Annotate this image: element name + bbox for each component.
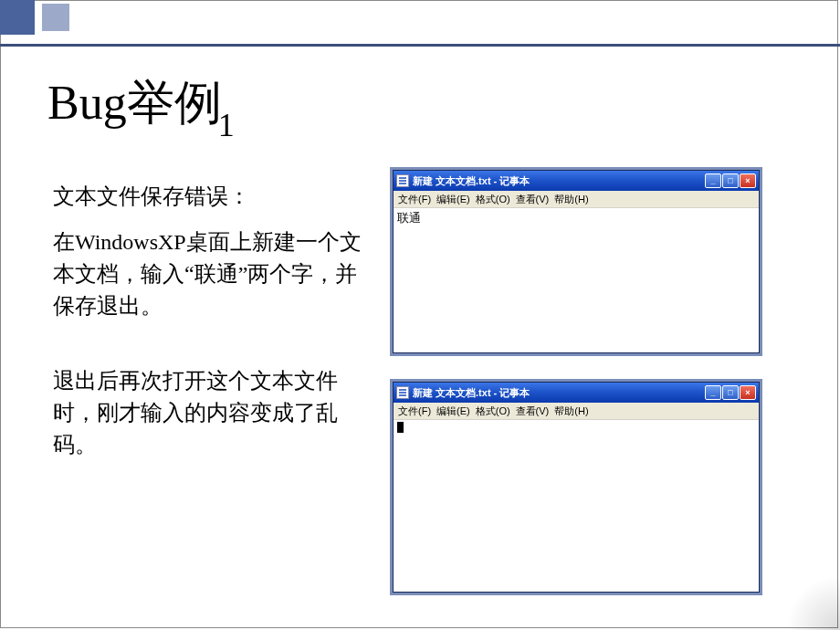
titlebar[interactable]: 新建 文本文档.txt - 记事本 _ □ ×: [394, 171, 759, 191]
body-paragraph-2: 退出后再次打开这个文本文件时，刚才输入的内容变成了乱码。: [53, 365, 371, 460]
garbled-text-icon: [397, 422, 404, 433]
menu-edit[interactable]: 编辑(E): [434, 404, 473, 419]
decoration-line: [0, 44, 840, 47]
window-buttons: _ □ ×: [705, 385, 756, 400]
menu-format[interactable]: 格式(O): [473, 404, 513, 419]
menubar: 文件(F) 编辑(E) 格式(O) 查看(V) 帮助(H): [394, 403, 759, 420]
menu-view[interactable]: 查看(V): [513, 404, 552, 419]
notepad-icon: [396, 386, 409, 399]
menu-file[interactable]: 文件(F): [395, 192, 434, 207]
title-main: Bug举例: [47, 77, 222, 129]
slide-title: Bug举例1: [47, 71, 238, 137]
menubar: 文件(F) 编辑(E) 格式(O) 查看(V) 帮助(H): [394, 191, 759, 208]
menu-format[interactable]: 格式(O): [473, 192, 513, 207]
menu-help[interactable]: 帮助(H): [551, 192, 591, 207]
menu-view[interactable]: 查看(V): [513, 192, 552, 207]
body-paragraph-1: 在WindowsXP桌面上新建一个文本文档，输入“联通”两个字，并保存退出。: [53, 226, 371, 321]
page-corner-shadow: [776, 566, 840, 630]
minimize-button[interactable]: _: [705, 385, 721, 400]
window-title: 新建 文本文档.txt - 记事本: [413, 174, 705, 188]
notepad-window-after: 新建 文本文档.txt - 记事本 _ □ × 文件(F) 编辑(E) 格式(O…: [393, 382, 760, 593]
body-heading: 文本文件保存错误：: [53, 181, 371, 213]
notepad-window-before: 新建 文本文档.txt - 记事本 _ □ × 文件(F) 编辑(E) 格式(O…: [393, 170, 760, 353]
maximize-button[interactable]: □: [722, 385, 739, 400]
window-buttons: _ □ ×: [705, 173, 756, 188]
close-button[interactable]: ×: [740, 385, 756, 400]
text-content: 联通: [397, 211, 421, 225]
maximize-button[interactable]: □: [722, 173, 739, 188]
decoration-squares: [0, 0, 69, 35]
titlebar[interactable]: 新建 文本文档.txt - 记事本 _ □ ×: [394, 383, 759, 403]
deco-square-large: [0, 0, 35, 35]
minimize-button[interactable]: _: [705, 173, 721, 188]
notepad-icon: [396, 174, 409, 187]
menu-file[interactable]: 文件(F): [395, 404, 434, 419]
deco-square-small: [42, 4, 69, 31]
text-area[interactable]: [394, 420, 759, 592]
window-title: 新建 文本文档.txt - 记事本: [413, 386, 705, 400]
menu-edit[interactable]: 编辑(E): [434, 192, 473, 207]
close-button[interactable]: ×: [740, 173, 756, 188]
title-subscript: 1: [218, 107, 235, 143]
menu-help[interactable]: 帮助(H): [551, 404, 591, 419]
text-area[interactable]: 联通: [394, 208, 759, 352]
